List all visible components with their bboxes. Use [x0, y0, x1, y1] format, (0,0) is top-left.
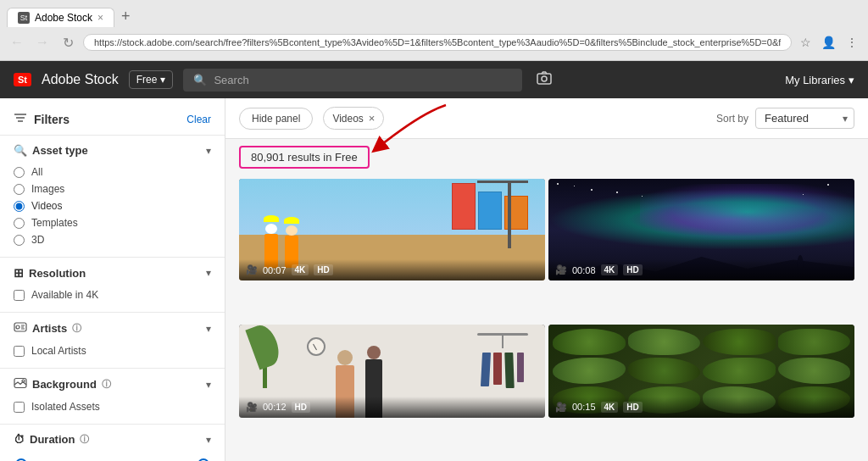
local-artists-checkbox[interactable] — [14, 346, 25, 357]
video-quality-hd-aurora: HD — [623, 264, 642, 275]
url-input[interactable] — [94, 37, 781, 47]
nav-refresh-button[interactable]: ↻ — [58, 32, 78, 53]
video-duration-workers: 00:07 — [263, 265, 287, 275]
video-camera-icon-fashion: 🎥 — [246, 402, 258, 413]
clear-filters-button[interactable]: Clear — [186, 114, 211, 125]
video-quality-4k-food: 4K — [601, 402, 619, 413]
bookmark-button[interactable]: ☆ — [797, 34, 815, 51]
my-libraries-label: My Libraries — [785, 74, 845, 86]
video-quality-hd-fashion: HD — [292, 402, 310, 413]
video-card-aurora[interactable]: 🎥 00:08 4K HD — [548, 179, 854, 280]
videos-tag-close-button[interactable]: × — [369, 112, 376, 125]
asset-type-header[interactable]: 🔍 Asset type ▾ — [14, 144, 211, 157]
video-card-workers[interactable]: 🎥 00:07 4K HD — [239, 179, 545, 280]
sidebar: Filters Clear 🔍 Asset type ▾ All — [0, 98, 225, 461]
browser-tab[interactable]: St Adobe Stock × — [7, 8, 114, 27]
duration-info-icon[interactable]: ⓘ — [80, 433, 89, 446]
background-info-icon[interactable]: ⓘ — [102, 378, 111, 391]
svg-rect-0 — [537, 74, 551, 84]
video-camera-icon-food: 🎥 — [555, 402, 567, 413]
filter-option-all[interactable]: All — [14, 164, 211, 181]
new-tab-button[interactable]: + — [116, 8, 136, 25]
background-chevron-icon: ▾ — [206, 379, 211, 391]
4k-checkbox[interactable] — [14, 290, 25, 301]
nav-back-button[interactable]: ← — [7, 32, 27, 53]
duration-slider-container: 0 60+ — [14, 453, 211, 461]
asset-type-chevron-icon: ▾ — [206, 145, 211, 157]
results-count-badge: 80,901 results in Free — [239, 146, 370, 169]
artists-info-icon[interactable]: ⓘ — [72, 322, 81, 335]
background-header[interactable]: Background ⓘ ▾ — [14, 377, 211, 392]
browser-chrome: St Adobe Stock × + ← → ↻ ☆ 👤 ⋮ — [0, 0, 868, 61]
asset-type-options: All Images Videos Templates 3D — [14, 164, 211, 248]
filter-label-all: All — [31, 166, 42, 178]
app-name: Adobe Stock — [42, 72, 119, 87]
video-quality-4k-workers: 4K — [292, 264, 309, 275]
video-camera-icon-workers: 🎥 — [246, 264, 258, 275]
artists-section: Artists ⓘ ▾ Local Artists — [0, 313, 225, 368]
my-libraries-arrow-icon: ▾ — [849, 74, 854, 86]
svg-point-8 — [22, 380, 25, 382]
video-overlay-food: 🎥 00:15 4K HD — [548, 397, 854, 418]
account-button[interactable]: 👤 — [818, 34, 839, 51]
tab-title: Adobe Stock — [35, 12, 92, 24]
results-count-bar: 80,901 results in Free — [225, 139, 868, 175]
artists-title: Artists ⓘ — [14, 321, 81, 336]
logo-badge: St — [14, 73, 31, 86]
video-quality-hd-workers: HD — [314, 264, 332, 275]
address-bar[interactable] — [83, 34, 792, 51]
app-header: St Adobe Stock Free ▾ 🔍 My Libraries ▾ — [0, 61, 868, 98]
plan-selector[interactable]: Free ▾ — [129, 70, 174, 89]
filter-option-images[interactable]: Images — [14, 181, 211, 197]
filter-option-local-artists[interactable]: Local Artists — [14, 342, 211, 359]
filter-option-3d[interactable]: 3D — [14, 231, 211, 248]
search-icon: 🔍 — [193, 74, 207, 86]
sort-section: Sort by Featured Newest Oldest Most Popu… — [716, 108, 854, 129]
tab-close-btn[interactable]: × — [97, 12, 103, 24]
video-card-food[interactable]: 🎥 00:15 4K HD — [548, 325, 854, 418]
background-section: Background ⓘ ▾ Isolated Assets — [0, 369, 225, 424]
duration-header[interactable]: ⏱ Duration ⓘ ▾ — [14, 433, 211, 446]
nav-forward-button[interactable]: → — [32, 32, 53, 53]
video-grid: 🎥 00:07 4K HD — [225, 175, 868, 461]
my-libraries-button[interactable]: My Libraries ▾ — [785, 74, 854, 86]
filter-option-isolated[interactable]: Isolated Assets — [14, 398, 211, 415]
filter-option-templates[interactable]: Templates — [14, 214, 211, 231]
filters-title: Filters — [14, 112, 70, 126]
video-card-fashion[interactable]: 🎥 00:12 HD — [239, 325, 545, 418]
video-camera-icon-aurora: 🎥 — [555, 264, 567, 275]
resolution-header[interactable]: ⊞ Resolution ▾ — [14, 266, 211, 280]
duration-icon: ⏱ — [14, 433, 25, 446]
asset-type-section: 🔍 Asset type ▾ All Images Videos — [0, 136, 225, 257]
filter-label-4k: Available in 4K — [31, 289, 98, 301]
filter-option-videos[interactable]: Videos — [14, 197, 211, 214]
sort-select[interactable]: Featured Newest Oldest Most Popular — [755, 108, 854, 129]
filter-option-4k[interactable]: Available in 4K — [14, 286, 211, 303]
search-input[interactable] — [214, 74, 512, 86]
filter-label-templates: Templates — [31, 217, 78, 229]
resolution-chevron-icon: ▾ — [206, 267, 211, 279]
video-duration-food: 00:15 — [572, 402, 596, 412]
camera-icon — [536, 69, 553, 86]
isolated-assets-checkbox[interactable] — [14, 402, 25, 413]
artists-header[interactable]: Artists ⓘ ▾ — [14, 321, 211, 336]
plan-label: Free — [136, 74, 158, 86]
more-button[interactable]: ⋮ — [843, 34, 861, 51]
video-overlay-fashion: 🎥 00:12 HD — [239, 397, 545, 418]
search-small-icon: 🔍 — [14, 144, 27, 157]
resolution-icon: ⊞ — [14, 266, 24, 280]
video-quality-4k-aurora: 4K — [601, 264, 619, 275]
video-overlay-aurora: 🎥 00:08 4K HD — [548, 259, 854, 280]
search-bar[interactable]: 🔍 — [183, 69, 522, 92]
asset-type-title: 🔍 Asset type — [14, 144, 88, 157]
hide-panel-button[interactable]: Hide panel — [239, 108, 313, 130]
svg-point-1 — [542, 76, 547, 81]
video-duration-fashion: 00:12 — [263, 402, 287, 412]
artists-chevron-icon: ▾ — [206, 323, 211, 335]
videos-filter-tag: Videos × — [323, 107, 384, 130]
plan-arrow-icon: ▾ — [160, 74, 165, 86]
resolution-section: ⊞ Resolution ▾ Available in 4K — [0, 258, 225, 312]
content-toolbar: Hide panel Videos × Sort by Featured New… — [225, 98, 868, 139]
camera-search-button[interactable] — [532, 66, 556, 94]
video-overlay-workers: 🎥 00:07 4K HD — [239, 259, 545, 280]
